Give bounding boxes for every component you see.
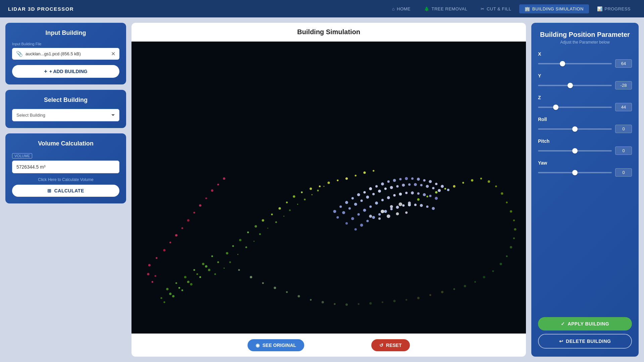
svg-point-134 <box>432 187 434 189</box>
svg-point-54 <box>514 228 516 231</box>
right-panel-subtitle: Adjust the Parameter below <box>538 40 632 45</box>
svg-point-103 <box>363 191 366 193</box>
svg-point-144 <box>393 194 395 196</box>
center-panel: Building Simulation <box>131 23 526 357</box>
volume-title: Volume Calculation <box>12 140 119 147</box>
param-slider-yaw[interactable] <box>538 172 612 173</box>
nav-tree-removal[interactable]: 🌲 TREE REMOVAL <box>419 4 473 13</box>
svg-point-28 <box>278 207 281 209</box>
svg-point-153 <box>390 205 393 208</box>
see-original-button[interactable]: ◉ SEE ORIGINAL <box>248 339 304 351</box>
svg-point-18 <box>199 276 201 278</box>
svg-point-133 <box>426 185 429 188</box>
svg-point-177 <box>223 267 225 269</box>
svg-point-77 <box>286 291 288 293</box>
svg-point-88 <box>187 219 190 222</box>
param-value-pitch[interactable] <box>615 146 632 155</box>
calculate-button[interactable]: ⊞ CALCULATE <box>12 185 119 197</box>
svg-point-56 <box>510 246 512 248</box>
home-icon <box>392 6 395 11</box>
svg-point-73 <box>334 303 335 305</box>
param-row-z <box>538 103 632 111</box>
nav-building-simulation[interactable]: 🏢 BUILDING SIMULATION <box>519 4 589 13</box>
svg-point-97 <box>152 281 153 283</box>
svg-point-170 <box>408 203 411 206</box>
svg-point-112 <box>417 178 420 181</box>
select-building-dropdown[interactable]: Select Building <box>12 109 119 121</box>
svg-point-156 <box>369 215 372 218</box>
svg-point-3 <box>175 282 177 284</box>
param-label-x: X <box>538 51 632 57</box>
svg-point-85 <box>169 242 171 243</box>
svg-point-164 <box>372 216 375 219</box>
svg-point-25 <box>255 225 257 228</box>
nav-progress[interactable]: 📊 PROGRESS <box>592 4 636 13</box>
svg-point-165 <box>378 213 381 216</box>
svg-point-104 <box>369 187 372 190</box>
file-close-button[interactable]: ✕ <box>111 51 115 57</box>
svg-point-43 <box>444 188 446 189</box>
simulation-title: Building Simulation <box>140 28 518 36</box>
click-here-text[interactable]: Click Here to Calculate Volume <box>12 177 119 182</box>
svg-point-83 <box>156 257 157 259</box>
svg-point-99 <box>339 205 342 208</box>
svg-point-95 <box>155 275 156 277</box>
param-slider-roll[interactable] <box>538 128 612 130</box>
file-input-row: 📎 aucklan...gs1.pcd (856.5 kB) ✕ <box>12 48 119 60</box>
file-input-left: 📎 aucklan...gs1.pcd (856.5 kB) <box>16 51 81 57</box>
param-slider-z[interactable] <box>538 107 612 108</box>
simulation-header: Building Simulation <box>131 23 526 42</box>
nav-cut-fill[interactable]: ✂ CUT & FILL <box>475 4 517 13</box>
apply-building-button[interactable]: ✓ APPLY BUILDING <box>538 317 632 330</box>
svg-point-135 <box>438 189 441 192</box>
svg-point-147 <box>411 191 414 194</box>
svg-point-67 <box>406 299 407 301</box>
svg-point-110 <box>405 177 408 180</box>
svg-point-161 <box>355 228 357 231</box>
svg-point-55 <box>513 237 515 239</box>
svg-point-187 <box>297 204 299 205</box>
svg-point-163 <box>366 220 369 222</box>
cut-icon: ✂ <box>481 6 485 11</box>
svg-point-70 <box>369 302 372 305</box>
svg-point-72 <box>345 303 348 306</box>
param-value-z[interactable] <box>615 103 632 111</box>
svg-point-150 <box>429 195 431 197</box>
svg-point-48 <box>488 180 490 183</box>
svg-point-167 <box>390 208 393 210</box>
svg-point-65 <box>429 294 431 296</box>
param-row-pitch <box>538 146 632 155</box>
param-value-x[interactable] <box>615 59 632 68</box>
add-building-button[interactable]: + + ADD BUILDING <box>12 65 119 78</box>
reset-button[interactable]: ↺ RESET <box>371 339 410 351</box>
svg-point-96 <box>147 273 149 275</box>
svg-point-58 <box>500 263 502 265</box>
param-row-x <box>538 59 632 68</box>
svg-point-121 <box>354 203 357 206</box>
param-slider-pitch[interactable] <box>538 150 612 152</box>
left-panel: Input Building Input Building File 📎 auc… <box>5 23 126 357</box>
svg-point-69 <box>382 301 383 303</box>
param-group-pitch: Pitch <box>538 138 632 155</box>
simulation-viewport <box>131 42 526 334</box>
svg-point-91 <box>205 197 207 199</box>
svg-point-57 <box>506 255 507 257</box>
svg-point-19 <box>208 269 210 271</box>
svg-point-12 <box>196 273 198 275</box>
delete-building-button[interactable]: ↩ DELETE BUILDING <box>538 334 632 349</box>
svg-point-84 <box>163 249 165 251</box>
param-slider-y[interactable] <box>538 85 612 86</box>
param-value-yaw[interactable] <box>615 168 632 177</box>
svg-point-107 <box>387 180 390 183</box>
nav-home[interactable]: HOME <box>387 4 416 13</box>
svg-point-76 <box>298 295 300 297</box>
delete-icon: ↩ <box>559 339 564 344</box>
svg-point-24 <box>247 231 249 233</box>
volume-input[interactable] <box>12 161 119 173</box>
param-value-y[interactable] <box>615 81 632 89</box>
svg-point-148 <box>417 192 420 195</box>
svg-point-47 <box>480 178 482 179</box>
param-slider-x[interactable] <box>538 63 612 64</box>
param-value-roll[interactable] <box>615 125 632 133</box>
select-building-title: Select Building <box>12 97 119 104</box>
